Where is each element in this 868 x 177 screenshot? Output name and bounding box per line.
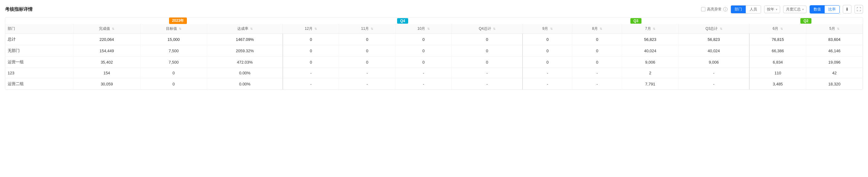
- cell-jun: 3,485: [749, 78, 806, 90]
- rate-btn[interactable]: 比率: [825, 5, 839, 13]
- dept-quarter-cell: [5, 18, 73, 24]
- sort-icon-dec[interactable]: ⇅: [314, 27, 317, 30]
- cell-rate: 0.00%: [207, 68, 283, 78]
- cell-q3total: 56,823: [678, 34, 749, 45]
- cell-dec: 0: [283, 45, 339, 57]
- cell-q4total: 0: [452, 45, 523, 57]
- table-row: 12315400.00%------2-11042: [5, 68, 863, 78]
- sort-icon-jun[interactable]: ⇅: [780, 27, 783, 30]
- value-rate-toggle: 数值 比率: [810, 5, 840, 13]
- cell-oct: 0: [395, 34, 452, 45]
- cell-may: 19,096: [806, 57, 863, 68]
- cell-dec: 0: [283, 57, 339, 68]
- cell-dept: 总计: [5, 34, 73, 45]
- cell-sep: 0: [523, 57, 572, 68]
- cell-sep: -: [523, 78, 572, 90]
- highlight-label: 高亮异常: [707, 7, 722, 12]
- cell-dept: 无部门: [5, 45, 73, 57]
- col-nov: 11月 ⇅: [339, 24, 395, 34]
- q3-header: Q3: [523, 18, 749, 24]
- cell-dec: -: [283, 68, 339, 78]
- cell-oct: 0: [395, 57, 452, 68]
- table-row: 运营二组30,05900.00%------7,791-3,48518,320: [5, 78, 863, 90]
- cell-jun: 76,815: [749, 34, 806, 45]
- cell-q3total: 40,024: [678, 45, 749, 57]
- col-dec: 12月 ⇅: [283, 24, 339, 34]
- cell-target: 7,500: [140, 57, 207, 68]
- cell-sep: -: [523, 68, 572, 78]
- q4-header: Q4: [283, 18, 523, 24]
- sort-icon-sep[interactable]: ⇅: [550, 27, 553, 30]
- cell-aug: -: [572, 78, 622, 90]
- year-2023-header: 2023年: [73, 18, 282, 24]
- cell-jul: 40,024: [622, 45, 678, 57]
- cell-q4total: 0: [452, 57, 523, 68]
- col-q4total: Q4总计 ⇅: [452, 24, 523, 34]
- value-btn[interactable]: 数值: [810, 5, 825, 13]
- cell-oct: 0: [395, 45, 452, 57]
- cell-q4total: -: [452, 78, 523, 90]
- cell-rate: 1467.09%: [207, 34, 283, 45]
- cell-target: 0: [140, 68, 207, 78]
- expand-icon: ⛶: [857, 7, 861, 12]
- expand-button[interactable]: ⛶: [855, 5, 863, 13]
- sort-icon-oct[interactable]: ⇅: [427, 27, 430, 30]
- cell-aug: 0: [572, 57, 622, 68]
- download-icon: ⬇: [845, 7, 849, 12]
- cell-complete: 154,449: [73, 45, 140, 57]
- sort-icon-rate[interactable]: ⇅: [250, 27, 253, 30]
- cell-target: 15,000: [140, 34, 207, 45]
- sort-icon-complete[interactable]: ⇅: [112, 27, 114, 30]
- info-icon[interactable]: i: [723, 7, 727, 11]
- sort-icon-target[interactable]: ⇅: [179, 27, 181, 30]
- download-button[interactable]: ⬇: [843, 5, 851, 13]
- col-dept: 部门: [5, 24, 73, 34]
- highlight-checkbox[interactable]: [701, 7, 705, 11]
- chevron-down-icon: ▾: [776, 8, 777, 11]
- column-header-row: 部门 完成值 ⇅ 目标值 ⇅ 达成率 ⇅ 12月: [5, 24, 863, 34]
- cell-jun: 66,386: [749, 45, 806, 57]
- sort-icon-q4total[interactable]: ⇅: [493, 27, 495, 30]
- cell-jul: 2: [622, 68, 678, 78]
- cell-oct: -: [395, 78, 452, 90]
- col-jun: 6月 ⇅: [749, 24, 806, 34]
- q2-label: Q2: [800, 18, 811, 24]
- cell-nov: -: [339, 78, 395, 90]
- toolbar: 高亮异常 i 部门 人员 按年 ▾ 月度汇总 ▾ 数值 比率: [701, 5, 863, 13]
- sort-icon-q3total[interactable]: ⇅: [720, 27, 722, 30]
- cell-complete: 30,059: [73, 78, 140, 90]
- cell-aug: 0: [572, 45, 622, 57]
- sort-icon-may[interactable]: ⇅: [837, 27, 839, 30]
- cell-may: 46,146: [806, 45, 863, 57]
- table-row: 运营一组35,4027,500472.03%0000009,0069,0066,…: [5, 57, 863, 68]
- group-btn[interactable]: 部门: [731, 5, 746, 13]
- sort-icon-jul[interactable]: ⇅: [653, 27, 655, 30]
- cell-nov: 0: [339, 34, 395, 45]
- table-body: 总计220,06415,0001467.09%00000056,82356,82…: [5, 34, 863, 90]
- cell-may: 42: [806, 68, 863, 78]
- year-2023-label: 2023年: [169, 18, 187, 24]
- page-title: 考核指标详情: [5, 6, 33, 12]
- cell-sep: 0: [523, 45, 572, 57]
- cell-complete: 220,064: [73, 34, 140, 45]
- sort-icon-aug[interactable]: ⇅: [600, 27, 602, 30]
- monthly-summary-select[interactable]: 月度汇总 ▾: [783, 5, 807, 13]
- cell-aug: -: [572, 68, 622, 78]
- cell-jun: 6,834: [749, 57, 806, 68]
- chevron-down-icon-2: ▾: [802, 8, 804, 11]
- person-btn[interactable]: 人员: [746, 5, 761, 13]
- cell-dept: 运营二组: [5, 78, 73, 90]
- col-jul: 7月 ⇅: [622, 24, 678, 34]
- cell-q4total: -: [452, 68, 523, 78]
- cell-q4total: 0: [452, 34, 523, 45]
- cell-jul: 9,006: [622, 57, 678, 68]
- cell-complete: 35,402: [73, 57, 140, 68]
- sort-icon-nov[interactable]: ⇅: [371, 27, 373, 30]
- year-select[interactable]: 按年 ▾: [764, 5, 780, 13]
- cell-nov: 0: [339, 57, 395, 68]
- cell-jul: 7,791: [622, 78, 678, 90]
- cell-q3total: 9,006: [678, 57, 749, 68]
- cell-rate: 472.03%: [207, 57, 283, 68]
- cell-nov: -: [339, 68, 395, 78]
- table-row: 无部门154,4497,5002059.32%00000040,02440,02…: [5, 45, 863, 57]
